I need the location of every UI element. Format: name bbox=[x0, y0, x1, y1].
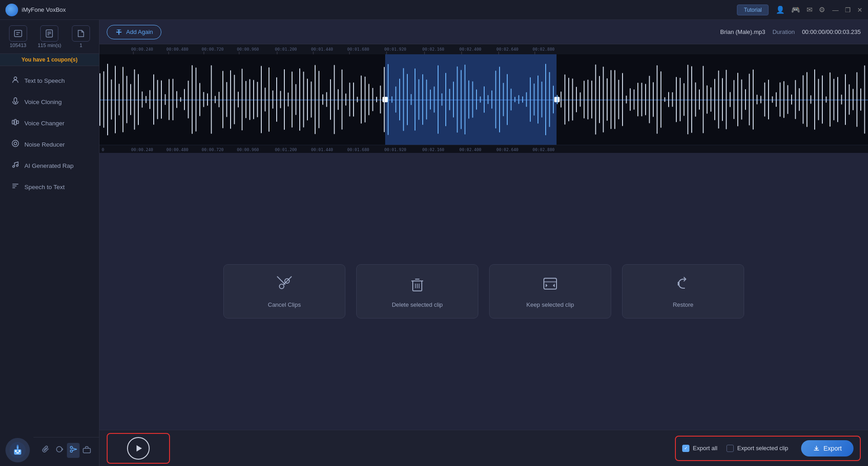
minimize-button[interactable]: — bbox=[832, 6, 839, 14]
svg-point-20 bbox=[19, 450, 20, 452]
svg-text:00:01.200: 00:01.200 bbox=[275, 147, 297, 152]
noise-reducer-label: Noise Reducer bbox=[24, 141, 65, 148]
export-button[interactable]: Export bbox=[801, 440, 854, 456]
stat-files: 1 bbox=[72, 25, 90, 48]
export-btn-label: Export bbox=[824, 445, 842, 452]
app-logo bbox=[5, 4, 18, 16]
restore-card[interactable]: Restore bbox=[622, 264, 744, 319]
header-icons: 👤 🎮 ✉ ⚙ bbox=[776, 5, 825, 14]
play-button-wrapper bbox=[107, 433, 170, 464]
svg-text:00:02.880: 00:02.880 bbox=[533, 47, 555, 52]
noise-reducer-icon bbox=[11, 139, 20, 149]
svg-text:00:00.480: 00:00.480 bbox=[166, 147, 189, 152]
sidebar-stats: 105413 115 min(s) bbox=[0, 20, 99, 54]
attach-icon[interactable] bbox=[39, 443, 52, 458]
mail-icon[interactable]: ✉ bbox=[807, 5, 812, 14]
sidebar-bottom-icons bbox=[33, 437, 99, 463]
delete-clip-label: Delete selected clip bbox=[392, 301, 443, 308]
game-icon[interactable]: 🎮 bbox=[791, 5, 800, 14]
svg-rect-74 bbox=[678, 282, 679, 285]
svg-point-24 bbox=[70, 450, 72, 452]
titlebar: iMyFone VoxBox Tutorial 👤 🎮 ✉ ⚙ — ❐ ✕ bbox=[0, 0, 868, 20]
tutorial-button[interactable]: Tutorial bbox=[737, 5, 769, 15]
svg-marker-75 bbox=[137, 445, 142, 452]
bottom-ruler-svg: 0 00:00.240 00:00.480 00:00.720 00:00.96… bbox=[99, 145, 868, 153]
maximize-button[interactable]: ❐ bbox=[845, 6, 851, 14]
export-all-group: ✓ Export all bbox=[682, 445, 717, 452]
svg-text:00:02.880: 00:02.880 bbox=[533, 147, 555, 152]
keep-clip-label: Keep selected clip bbox=[526, 301, 574, 308]
svg-text:00:02.640: 00:02.640 bbox=[496, 147, 519, 152]
svg-rect-12 bbox=[17, 121, 19, 124]
svg-point-64 bbox=[279, 284, 284, 289]
characters-icon bbox=[9, 25, 27, 42]
stat-minutes-value: 115 min(s) bbox=[38, 43, 61, 48]
svg-rect-21 bbox=[16, 452, 19, 453]
waveform-display[interactable] bbox=[99, 54, 868, 145]
svg-rect-18 bbox=[14, 449, 21, 455]
svg-text:00:02.160: 00:02.160 bbox=[422, 147, 444, 152]
sidebar-nav: Text to Speech Voice Cloning bbox=[0, 66, 99, 434]
svg-text:00:02.400: 00:02.400 bbox=[459, 47, 481, 52]
stat-minutes: 115 min(s) bbox=[38, 25, 61, 48]
svg-text:00:00.960: 00:00.960 bbox=[237, 47, 259, 52]
sidebar-item-voice-cloning[interactable]: Voice Cloning bbox=[3, 91, 96, 112]
bot-avatar bbox=[5, 438, 30, 462]
svg-text:00:01.680: 00:01.680 bbox=[347, 147, 369, 152]
svg-rect-11 bbox=[14, 119, 16, 125]
briefcase-icon[interactable] bbox=[80, 443, 93, 458]
window-controls: — ❐ ✕ bbox=[832, 6, 863, 14]
sidebar-item-text-to-speech[interactable]: Text to Speech bbox=[3, 70, 96, 91]
ai-rap-icon bbox=[11, 161, 20, 171]
svg-line-67 bbox=[277, 276, 285, 285]
voice-changer-label: Voice Changer bbox=[24, 120, 65, 127]
settings-icon[interactable]: ⚙ bbox=[819, 5, 825, 14]
voice-cloning-icon bbox=[11, 97, 20, 107]
speech-to-text-label: Speech to Text bbox=[24, 184, 65, 190]
cancel-clips-card[interactable]: Cancel Clips bbox=[223, 264, 345, 319]
restore-label: Restore bbox=[673, 301, 693, 308]
delete-clip-card[interactable]: Delete selected clip bbox=[356, 264, 478, 319]
svg-point-7 bbox=[14, 77, 17, 80]
stat-characters-value: 105413 bbox=[9, 43, 26, 48]
svg-point-19 bbox=[15, 450, 17, 452]
export-all-checkbox[interactable]: ✓ bbox=[682, 445, 689, 452]
add-again-button[interactable]: Add Again bbox=[107, 25, 161, 39]
sidebar-item-speech-to-text[interactable]: Speech to Text bbox=[3, 176, 96, 197]
keep-clip-card[interactable]: Keep selected clip bbox=[489, 264, 611, 319]
content-area: Add Again Brian (Male).mp3 Duration 00:0… bbox=[99, 20, 868, 466]
action-area: Cancel Clips Delete sele bbox=[99, 153, 868, 430]
play-button[interactable] bbox=[127, 437, 150, 460]
sidebar-item-voice-changer[interactable]: Voice Changer bbox=[3, 113, 96, 133]
svg-text:00:00.240: 00:00.240 bbox=[131, 47, 153, 52]
file-info: Brian (Male).mp3 Duration 00:00:00/00:00… bbox=[720, 29, 861, 35]
user-icon[interactable]: 👤 bbox=[776, 5, 785, 14]
sidebar-item-ai-rap[interactable]: AI Generated Rap bbox=[3, 155, 96, 176]
app-title: iMyFone VoxBox bbox=[22, 6, 66, 13]
svg-text:00:01.920: 00:01.920 bbox=[384, 147, 406, 152]
sidebar-item-noise-reducer[interactable]: Noise Reducer bbox=[3, 134, 96, 155]
ruler-svg: 00:00.240 00:00.480 00:00.720 00:00.960 … bbox=[99, 44, 868, 54]
voice-changer-icon bbox=[11, 118, 20, 128]
svg-text:00:02.640: 00:02.640 bbox=[496, 47, 519, 52]
svg-rect-0 bbox=[14, 30, 22, 37]
text-to-speech-label: Text to Speech bbox=[24, 77, 65, 84]
svg-point-13 bbox=[12, 140, 19, 147]
svg-text:00:01.440: 00:01.440 bbox=[311, 47, 333, 52]
file-name: Brian (Male).mp3 bbox=[720, 29, 765, 35]
action-buttons: Cancel Clips Delete sele bbox=[223, 264, 744, 319]
coupon-bar: You have 1 coupon(s) bbox=[0, 54, 99, 66]
svg-point-14 bbox=[14, 142, 17, 145]
svg-text:00:02.400: 00:02.400 bbox=[459, 147, 481, 152]
svg-point-23 bbox=[17, 445, 19, 447]
minutes-icon bbox=[40, 25, 58, 42]
svg-text:00:00.720: 00:00.720 bbox=[202, 147, 224, 152]
svg-text:00:02.160: 00:02.160 bbox=[422, 47, 444, 52]
loop-icon[interactable] bbox=[53, 443, 66, 458]
close-button[interactable]: ✕ bbox=[857, 6, 863, 14]
sidebar-bottom-row bbox=[0, 434, 99, 466]
svg-text:00:01.440: 00:01.440 bbox=[311, 147, 333, 152]
scissors-icon[interactable] bbox=[67, 443, 80, 458]
export-selected-checkbox[interactable] bbox=[726, 445, 734, 452]
export-all-label: Export all bbox=[693, 445, 717, 452]
